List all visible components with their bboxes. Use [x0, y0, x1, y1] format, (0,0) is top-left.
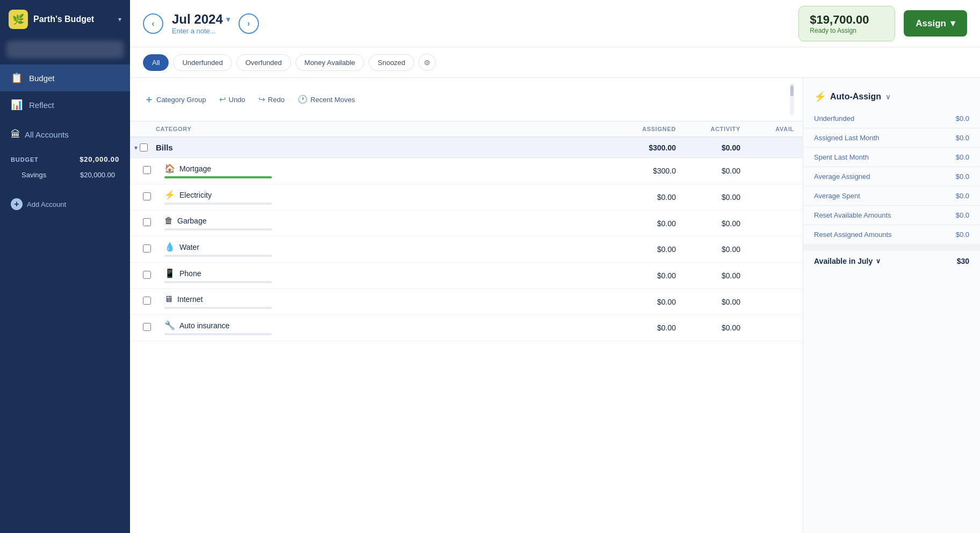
rp-row[interactable]: Underfunded $0.0	[803, 109, 980, 128]
month-dropdown-icon: ▾	[226, 15, 230, 24]
rp-row[interactable]: Average Spent $0.0	[803, 186, 980, 206]
available-in-july-value: $30	[957, 257, 969, 265]
category-group-label: Category Group	[156, 96, 206, 104]
sidebar-header-chevron: ▾	[118, 16, 121, 23]
sidebar-item-budget[interactable]: 📋 Budget	[0, 64, 130, 91]
cat-name: ⚡ Electricity	[164, 190, 611, 200]
filter-money-available-button[interactable]: Money Available	[296, 54, 364, 71]
cat-checkbox[interactable]	[143, 166, 151, 174]
rp-divider	[803, 244, 980, 250]
cat-check-col	[143, 166, 164, 176]
rp-row[interactable]: Spent Last Month $0.0	[803, 148, 980, 167]
cat-check-col	[143, 192, 164, 203]
app-name: Parth's Budget	[33, 15, 113, 24]
recent-moves-icon: 🕐	[298, 95, 308, 104]
rp-row-value: $0.0	[956, 134, 969, 142]
filter-snoozed-button[interactable]: Snoozed	[369, 54, 414, 71]
sidebar-savings-item[interactable]: Savings $20,000.00	[11, 167, 119, 183]
cat-name: 🔧 Auto insurance	[164, 320, 611, 330]
next-month-button[interactable]: ›	[239, 13, 259, 34]
rp-row[interactable]: Reset Available Amounts $0.0	[803, 206, 980, 225]
bills-collapse-icon: ▾	[134, 144, 138, 152]
bills-group-name: Bills	[156, 143, 611, 152]
sidebar-header[interactable]: 🌿 Parth's Budget ▾	[0, 0, 130, 39]
auto-assign-title[interactable]: ⚡ Auto-Assign ∨	[803, 87, 980, 109]
rp-row[interactable]: Reset Assigned Amounts $0.0	[803, 225, 980, 244]
cat-activity: $0.00	[676, 298, 740, 306]
progress-bar	[164, 307, 272, 309]
cat-checkbox[interactable]	[143, 192, 151, 200]
cat-name-col: 🏠 Mortgage	[164, 163, 611, 178]
auto-assign-icon: ⚡	[814, 91, 826, 103]
redo-label: Redo	[268, 96, 285, 104]
category-row[interactable]: 🖥 Internet $0.00 $0.00	[130, 289, 803, 315]
rp-row[interactable]: Assigned Last Month $0.0	[803, 128, 980, 148]
auto-assign-label: Auto-Assign	[830, 92, 881, 102]
bills-assigned: $300.00	[611, 143, 676, 152]
assign-button[interactable]: Assign ▾	[904, 10, 967, 37]
cat-assigned: $0.00	[611, 323, 676, 332]
cat-name: 💧 Water	[164, 242, 611, 252]
progress-bar	[164, 333, 272, 335]
recent-moves-button[interactable]: 🕐 Recent Moves	[292, 91, 361, 107]
cat-check-col	[143, 297, 164, 307]
filter-bar: All Underfunded Overfunded Money Availab…	[130, 47, 980, 78]
month-note[interactable]: Enter a note...	[172, 27, 230, 35]
cat-name: 📱 Phone	[164, 268, 611, 278]
cat-emoji: 📱	[164, 268, 175, 278]
cat-checkbox[interactable]	[143, 297, 151, 305]
budget-area: ＋ Category Group ↩ Undo ↪ Redo 🕐 Recent …	[130, 78, 803, 533]
category-row[interactable]: 💧 Water $0.00 $0.00	[130, 236, 803, 263]
bills-checkbox[interactable]	[140, 143, 148, 152]
prev-month-button[interactable]: ‹	[143, 13, 163, 34]
budget-section-label: BUDGET	[11, 156, 39, 163]
cat-checkbox[interactable]	[143, 323, 151, 331]
bills-check-col: ▾	[134, 143, 156, 152]
category-row[interactable]: 🗑 Garbage $0.00 $0.00	[130, 211, 803, 236]
available-in-july-label: Available in July ∨	[814, 257, 881, 265]
month-title[interactable]: Jul 2024 ▾	[172, 12, 230, 27]
category-row[interactable]: 🏠 Mortgage $300.0 $0.00	[130, 158, 803, 184]
cat-activity: $0.00	[676, 193, 740, 201]
sidebar-item-all-accounts[interactable]: 🏛 All Accounts	[0, 123, 130, 147]
category-group-bills[interactable]: ▾ Bills $300.00 $0.00	[130, 138, 803, 158]
category-row[interactable]: 🔧 Auto insurance $0.00 $0.00	[130, 315, 803, 341]
filter-settings-button[interactable]: ⊜	[419, 54, 436, 71]
redo-button[interactable]: ↪ Redo	[253, 91, 290, 107]
cat-activity: $0.00	[676, 271, 740, 280]
filter-all-button[interactable]: All	[143, 54, 169, 71]
bills-activity: $0.00	[676, 143, 740, 152]
filter-underfunded-button[interactable]: Underfunded	[173, 54, 232, 71]
assign-dropdown-icon: ▾	[950, 18, 955, 29]
undo-button[interactable]: ↩ Undo	[214, 91, 251, 107]
cat-checkbox[interactable]	[143, 271, 151, 279]
blurred-account-block	[6, 41, 124, 58]
cat-checkbox[interactable]	[143, 218, 151, 226]
month-selector: Jul 2024 ▾ Enter a note...	[172, 12, 230, 35]
add-account-icon: +	[11, 198, 23, 210]
cat-assigned: $0.00	[611, 219, 676, 228]
cat-name-col: 🔧 Auto insurance	[164, 320, 611, 335]
add-account-button[interactable]: + Add Account	[9, 194, 121, 214]
cat-check-col	[143, 218, 164, 228]
sidebar: 🌿 Parth's Budget ▾ 📋 Budget 📊 Reflect 🏛 …	[0, 0, 130, 533]
cat-assigned: $300.0	[611, 167, 676, 175]
cat-name: 🏠 Mortgage	[164, 163, 611, 174]
budget-toolbar: ＋ Category Group ↩ Undo ↪ Redo 🕐 Recent …	[130, 78, 803, 121]
budget-section-header[interactable]: BUDGET $20,000.00	[11, 155, 119, 163]
cat-checkbox[interactable]	[143, 244, 151, 253]
category-row[interactable]: ⚡ Electricity $0.00 $0.00	[130, 184, 803, 211]
filter-settings-icon: ⊜	[424, 58, 430, 67]
undo-icon: ↩	[219, 95, 226, 104]
rp-row[interactable]: Average Assigned $0.0	[803, 167, 980, 186]
month-label: Jul 2024	[172, 12, 223, 27]
sidebar-item-reflect[interactable]: 📊 Reflect	[0, 91, 130, 118]
ready-to-assign-panel: $19,700.00 Ready to Assign	[798, 6, 895, 41]
filter-overfunded-button[interactable]: Overfunded	[236, 54, 291, 71]
main-content: ‹ Jul 2024 ▾ Enter a note... › $19,700.0…	[130, 0, 980, 533]
add-category-group-button[interactable]: ＋ Category Group	[139, 90, 212, 109]
category-row[interactable]: 📱 Phone $0.00 $0.00	[130, 263, 803, 289]
cat-activity: $0.00	[676, 219, 740, 228]
available-in-july-row[interactable]: Available in July ∨ $30	[803, 250, 980, 272]
sidebar-item-reflect-label: Reflect	[29, 100, 54, 110]
